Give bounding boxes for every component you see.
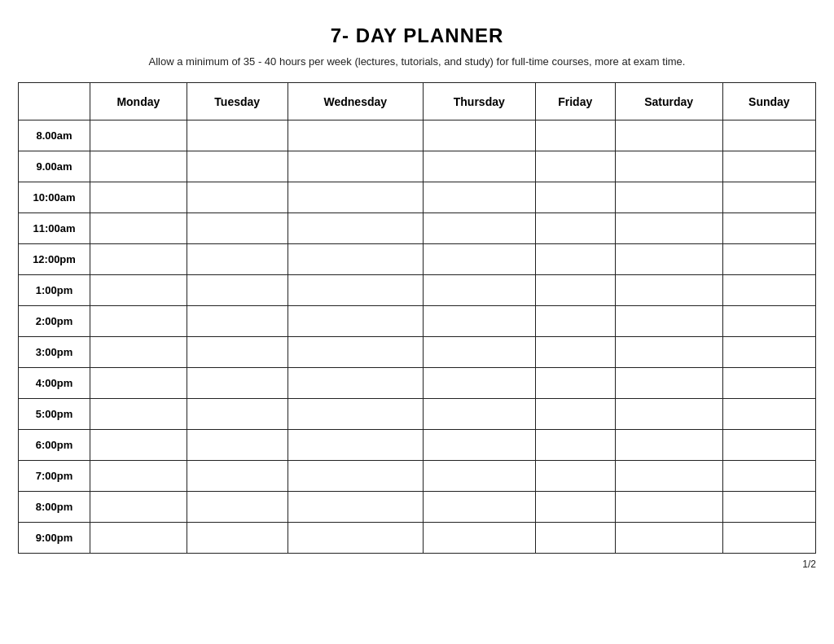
schedule-cell[interactable] [615, 461, 722, 492]
schedule-cell[interactable] [722, 399, 815, 430]
schedule-cell[interactable] [722, 461, 815, 492]
schedule-cell[interactable] [288, 182, 423, 213]
schedule-cell[interactable] [288, 306, 423, 337]
schedule-cell[interactable] [423, 368, 535, 399]
schedule-cell[interactable] [187, 492, 288, 523]
schedule-cell[interactable] [722, 337, 815, 368]
schedule-cell[interactable] [615, 368, 722, 399]
schedule-cell[interactable] [288, 151, 423, 182]
schedule-cell[interactable] [90, 275, 187, 306]
schedule-cell[interactable] [423, 492, 535, 523]
schedule-cell[interactable] [535, 182, 615, 213]
schedule-cell[interactable] [615, 244, 722, 275]
schedule-cell[interactable] [423, 244, 535, 275]
schedule-cell[interactable] [423, 337, 535, 368]
schedule-cell[interactable] [90, 430, 187, 461]
schedule-cell[interactable] [288, 275, 423, 306]
schedule-cell[interactable] [535, 523, 615, 554]
schedule-cell[interactable] [722, 213, 815, 244]
schedule-cell[interactable] [288, 492, 423, 523]
schedule-cell[interactable] [187, 399, 288, 430]
schedule-cell[interactable] [615, 337, 722, 368]
schedule-cell[interactable] [187, 213, 288, 244]
schedule-cell[interactable] [615, 306, 722, 337]
schedule-cell[interactable] [90, 213, 187, 244]
schedule-cell[interactable] [423, 120, 535, 151]
schedule-cell[interactable] [288, 523, 423, 554]
schedule-cell[interactable] [423, 430, 535, 461]
schedule-cell[interactable] [187, 306, 288, 337]
schedule-cell[interactable] [187, 368, 288, 399]
schedule-cell[interactable] [615, 213, 722, 244]
schedule-cell[interactable] [535, 151, 615, 182]
header-friday: Friday [535, 83, 615, 120]
schedule-cell[interactable] [722, 430, 815, 461]
schedule-cell[interactable] [187, 523, 288, 554]
schedule-cell[interactable] [187, 151, 288, 182]
schedule-cell[interactable] [535, 244, 615, 275]
schedule-cell[interactable] [722, 151, 815, 182]
schedule-cell[interactable] [288, 213, 423, 244]
schedule-cell[interactable] [187, 430, 288, 461]
schedule-cell[interactable] [722, 492, 815, 523]
schedule-cell[interactable] [90, 523, 187, 554]
schedule-cell[interactable] [615, 430, 722, 461]
schedule-cell[interactable] [423, 523, 535, 554]
schedule-cell[interactable] [288, 120, 423, 151]
schedule-cell[interactable] [722, 523, 815, 554]
schedule-cell[interactable] [187, 337, 288, 368]
schedule-cell[interactable] [90, 461, 187, 492]
schedule-cell[interactable] [90, 120, 187, 151]
schedule-cell[interactable] [423, 151, 535, 182]
schedule-cell[interactable] [535, 368, 615, 399]
schedule-cell[interactable] [423, 461, 535, 492]
schedule-cell[interactable] [535, 120, 615, 151]
schedule-cell[interactable] [423, 275, 535, 306]
schedule-cell[interactable] [288, 244, 423, 275]
schedule-cell[interactable] [615, 523, 722, 554]
schedule-cell[interactable] [722, 275, 815, 306]
schedule-cell[interactable] [90, 306, 187, 337]
schedule-cell[interactable] [423, 213, 535, 244]
schedule-cell[interactable] [722, 368, 815, 399]
schedule-cell[interactable] [90, 337, 187, 368]
schedule-cell[interactable] [535, 492, 615, 523]
schedule-cell[interactable] [535, 306, 615, 337]
schedule-cell[interactable] [423, 306, 535, 337]
schedule-cell[interactable] [615, 120, 722, 151]
schedule-cell[interactable] [288, 461, 423, 492]
schedule-cell[interactable] [722, 306, 815, 337]
schedule-cell[interactable] [288, 337, 423, 368]
schedule-cell[interactable] [535, 213, 615, 244]
schedule-cell[interactable] [535, 337, 615, 368]
schedule-cell[interactable] [423, 182, 535, 213]
schedule-cell[interactable] [288, 368, 423, 399]
schedule-cell[interactable] [535, 275, 615, 306]
schedule-cell[interactable] [187, 461, 288, 492]
schedule-cell[interactable] [187, 120, 288, 151]
schedule-cell[interactable] [615, 182, 722, 213]
table-row: 2:00pm [19, 306, 816, 337]
schedule-cell[interactable] [722, 244, 815, 275]
schedule-cell[interactable] [187, 244, 288, 275]
schedule-cell[interactable] [535, 461, 615, 492]
schedule-cell[interactable] [615, 492, 722, 523]
schedule-cell[interactable] [722, 182, 815, 213]
schedule-cell[interactable] [90, 368, 187, 399]
schedule-cell[interactable] [722, 120, 815, 151]
schedule-cell[interactable] [187, 182, 288, 213]
schedule-cell[interactable] [288, 430, 423, 461]
schedule-cell[interactable] [535, 399, 615, 430]
schedule-cell[interactable] [423, 399, 535, 430]
schedule-cell[interactable] [90, 492, 187, 523]
schedule-cell[interactable] [615, 275, 722, 306]
schedule-cell[interactable] [187, 275, 288, 306]
schedule-cell[interactable] [90, 399, 187, 430]
schedule-cell[interactable] [90, 244, 187, 275]
schedule-cell[interactable] [288, 399, 423, 430]
schedule-cell[interactable] [90, 182, 187, 213]
schedule-cell[interactable] [615, 399, 722, 430]
schedule-cell[interactable] [535, 430, 615, 461]
schedule-cell[interactable] [90, 151, 187, 182]
schedule-cell[interactable] [615, 151, 722, 182]
